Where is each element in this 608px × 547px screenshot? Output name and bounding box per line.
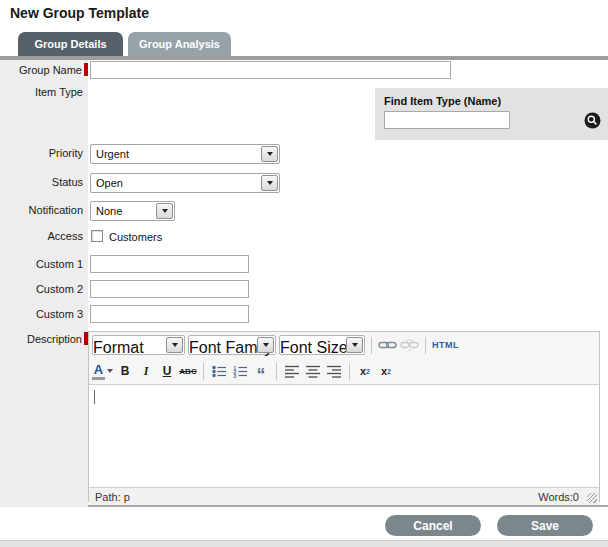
remove-link-icon: [400, 335, 419, 355]
font-size-select[interactable]: Font Size: [279, 335, 365, 355]
customers-checkbox-label: Customers: [109, 231, 162, 243]
editor-word-count: Words:0: [538, 491, 579, 503]
chevron-down-icon[interactable]: [261, 146, 278, 162]
html-source-button[interactable]: HTML: [432, 335, 459, 355]
save-button[interactable]: Save: [497, 515, 593, 536]
customers-checkbox[interactable]: [91, 230, 103, 242]
chevron-down-icon[interactable]: [107, 369, 113, 373]
find-item-type-panel: Find Item Type (Name): [375, 88, 608, 140]
format-select-value: Format: [93, 339, 144, 357]
description-label: Description: [0, 332, 88, 345]
bullet-list-icon[interactable]: [210, 361, 228, 381]
tab-group-analysis[interactable]: Group Analysis: [128, 32, 231, 56]
tab-strip-divider: [0, 56, 608, 60]
blockquote-icon[interactable]: “: [252, 357, 270, 385]
search-icon[interactable]: [584, 112, 601, 129]
align-center-icon[interactable]: [304, 361, 322, 381]
cancel-button[interactable]: Cancel: [385, 515, 481, 536]
font-size-select-value: Font Size: [280, 339, 348, 357]
strikethrough-icon[interactable]: ABC: [179, 361, 197, 381]
priority-selected-value: Urgent: [96, 148, 129, 160]
group-name-label: Group Name: [0, 63, 88, 76]
description-content-area[interactable]: [89, 384, 599, 488]
superscript-icon[interactable]: x2: [377, 361, 395, 381]
new-group-template-window: New Group Template Group Details Group A…: [0, 0, 608, 547]
custom-2-label: Custom 2: [0, 283, 88, 295]
priority-label: Priority: [0, 147, 88, 159]
numbered-list-icon[interactable]: 123: [231, 361, 249, 381]
bottom-divider: [0, 540, 608, 547]
custom-3-label: Custom 3: [0, 308, 88, 320]
item-type-label: Item Type: [0, 86, 88, 98]
toolbar-separator: [203, 363, 204, 380]
tab-group-details-label: Group Details: [34, 38, 106, 50]
editor-status-bar: Path: p Words:0: [89, 488, 599, 505]
custom-3-input[interactable]: [90, 305, 249, 323]
underline-icon[interactable]: U: [158, 361, 176, 381]
custom-1-label: Custom 1: [0, 258, 88, 270]
chevron-down-icon[interactable]: [346, 337, 363, 353]
font-family-select[interactable]: Font Family: [188, 335, 276, 355]
notification-select[interactable]: None: [90, 201, 175, 221]
italic-icon[interactable]: I: [137, 361, 155, 381]
chevron-down-icon[interactable]: [166, 337, 183, 353]
text-caret: [94, 390, 95, 404]
status-label: Status: [0, 176, 88, 188]
notification-label: Notification: [0, 204, 88, 216]
find-item-type-label: Find Item Type (Name): [384, 95, 501, 107]
group-name-input[interactable]: [90, 61, 451, 79]
editor-toolbar-row-2: A B I U ABC 12: [89, 358, 599, 384]
chevron-down-icon[interactable]: [261, 175, 278, 191]
find-item-type-input[interactable]: [384, 111, 510, 129]
editor-toolbar-row-1: Format Font Family Font Size: [89, 332, 599, 358]
page-title: New Group Template: [10, 5, 149, 21]
font-color-icon[interactable]: A: [92, 361, 113, 381]
form-bottom-divider: [88, 505, 608, 507]
toolbar-separator: [371, 337, 372, 354]
required-marker: [84, 63, 88, 76]
format-select[interactable]: Format: [92, 335, 185, 355]
insert-link-icon[interactable]: [378, 335, 397, 355]
status-select[interactable]: Open: [90, 173, 280, 193]
tab-group-details[interactable]: Group Details: [18, 32, 123, 56]
custom-2-input[interactable]: [90, 280, 249, 298]
align-right-icon[interactable]: [325, 361, 343, 381]
resize-handle-icon[interactable]: [587, 493, 597, 503]
priority-select[interactable]: Urgent: [90, 144, 280, 164]
bold-icon[interactable]: B: [116, 361, 134, 381]
custom-1-input[interactable]: [90, 255, 249, 273]
align-left-icon[interactable]: [283, 361, 301, 381]
toolbar-separator: [276, 363, 277, 380]
subscript-icon[interactable]: x2: [356, 361, 374, 381]
chevron-down-icon[interactable]: [156, 203, 173, 219]
description-rich-text-editor: Format Font Family Font Size: [88, 331, 600, 502]
access-label: Access: [0, 230, 88, 242]
svg-text:3: 3: [233, 373, 236, 378]
toolbar-separator: [349, 363, 350, 380]
tab-group-analysis-label: Group Analysis: [139, 38, 220, 50]
chevron-down-icon[interactable]: [257, 337, 274, 353]
notification-selected-value: None: [96, 205, 122, 217]
editor-path: Path: p: [95, 491, 130, 503]
status-selected-value: Open: [96, 177, 123, 189]
toolbar-separator: [425, 337, 426, 354]
